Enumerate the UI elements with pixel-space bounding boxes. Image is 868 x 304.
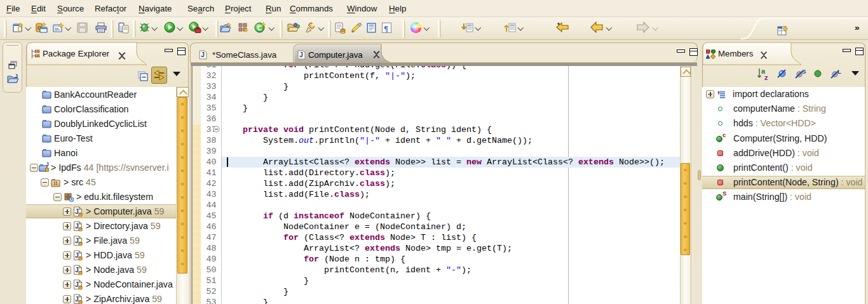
- svg-text:J: J: [75, 237, 79, 244]
- svg-text:J: J: [75, 295, 79, 303]
- svg-text:¶: ¶: [384, 23, 388, 33]
- svg-text:J: J: [75, 251, 79, 259]
- svg-text:J: J: [299, 51, 303, 58]
- svg-text:J: J: [75, 208, 79, 215]
- svg-text:J: J: [75, 266, 79, 274]
- svg-text:J: J: [46, 162, 49, 168]
- svg-text:z: z: [764, 74, 768, 81]
- svg-text:S: S: [802, 69, 806, 75]
- svg-text:C: C: [257, 24, 262, 32]
- svg-text:J: J: [201, 51, 205, 58]
- svg-text:L: L: [837, 69, 841, 75]
- svg-text:J: J: [15, 74, 18, 79]
- svg-text:J: J: [75, 281, 79, 288]
- svg-text:J: J: [75, 222, 79, 230]
